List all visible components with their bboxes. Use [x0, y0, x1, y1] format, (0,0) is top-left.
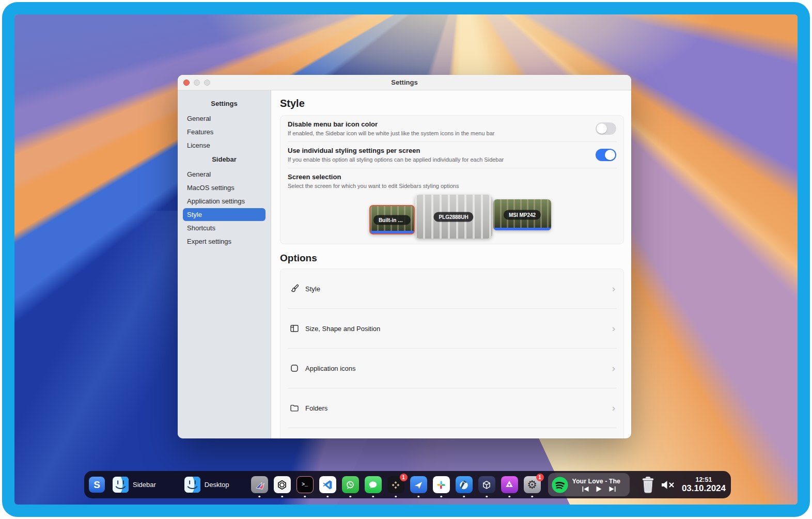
- chevron-right-icon: ›: [612, 323, 615, 333]
- dock-app-chatgpt[interactable]: [274, 476, 291, 493]
- xcode-icon: [456, 476, 473, 493]
- trash-icon[interactable]: [641, 476, 655, 494]
- running-indicator: [531, 496, 533, 498]
- dock-app-messages[interactable]: [365, 476, 382, 493]
- running-indicator: [486, 496, 488, 498]
- sidebar-item-application-settings[interactable]: Application settings: [183, 195, 266, 208]
- individual-styling-toggle[interactable]: [596, 149, 616, 161]
- option-row-folders[interactable]: Folders ›: [280, 388, 623, 428]
- options-card: Style › Size, Shape and Position ›: [280, 269, 624, 438]
- paintbrush-icon: [289, 284, 300, 294]
- screenshot-frame: Settings Settings General Features Licen…: [2, 2, 810, 517]
- dock-app-planes[interactable]: [251, 476, 268, 493]
- cube-3d-icon: [478, 476, 495, 493]
- running-indicator: [463, 496, 465, 498]
- sidebar-item-features[interactable]: Features: [183, 125, 266, 138]
- gear-glyph: ⚙: [527, 478, 537, 492]
- dock-app-whatsapp[interactable]: [342, 476, 359, 493]
- chevron-right-icon: ›: [612, 363, 615, 373]
- dock-app-slack[interactable]: [433, 476, 450, 493]
- sidebar-item-license[interactable]: License: [183, 139, 266, 152]
- sidebar-app-icon[interactable]: S: [89, 477, 105, 493]
- dock-app-terminal[interactable]: >_: [296, 476, 314, 493]
- spark-mail-icon: [410, 476, 427, 493]
- option-label: Size, Shape and Position: [305, 325, 612, 333]
- next-track-icon[interactable]: [609, 486, 616, 492]
- dock: S Sidebar Desktop >_: [84, 471, 731, 498]
- finder-icon[interactable]: [184, 477, 200, 493]
- running-indicator: [258, 496, 260, 498]
- options-header: Options: [280, 253, 624, 264]
- terminal-icon: >_: [296, 476, 314, 493]
- sidebar-item-macos-settings[interactable]: MacOS settings: [183, 181, 266, 194]
- affinity-photo-icon: [501, 476, 518, 493]
- clock-date: 03.10.2024: [682, 483, 726, 494]
- option-label: Folders: [305, 404, 612, 412]
- dock-app-affinity[interactable]: [501, 476, 518, 493]
- sidebar-app-logo: S: [93, 479, 100, 491]
- running-indicator: [395, 496, 397, 498]
- volume-muted-icon[interactable]: [660, 479, 676, 491]
- menu-bar-icon-color-toggle[interactable]: [596, 122, 616, 135]
- chatgpt-icon: [274, 476, 291, 493]
- setting-title: Use individual styling settings per scre…: [288, 146, 588, 155]
- setting-row-menu-bar-icon-color: Disable menu bar icon color If enabled, …: [280, 116, 623, 141]
- clock[interactable]: 12:51 03.10.2024: [682, 476, 726, 494]
- pinned-label-sidebar[interactable]: Sidebar: [133, 481, 156, 489]
- slack-icon: [433, 476, 450, 493]
- screen-thumbnail-msi-mp242[interactable]: MSI MP242: [493, 199, 551, 230]
- dock-app-tidal[interactable]: 1: [387, 476, 404, 493]
- sidebar-item-shortcuts[interactable]: Shortcuts: [183, 222, 266, 234]
- setting-row-individual-styling: Use individual styling settings per scre…: [280, 142, 623, 168]
- setting-title: Screen selection: [288, 172, 616, 181]
- screen-label: MSI MP242: [504, 210, 541, 220]
- dock-app-cube[interactable]: [478, 476, 495, 493]
- desktop: Settings Settings General Features Licen…: [14, 14, 798, 505]
- running-indicator: [372, 496, 374, 498]
- dock-app-xcode[interactable]: [456, 476, 473, 493]
- sidebar-item-expert-settings[interactable]: Expert settings: [183, 235, 266, 248]
- sidebar-group-header: Sidebar: [178, 152, 271, 167]
- option-row-style[interactable]: Style ›: [280, 269, 623, 308]
- vscode-icon: [319, 476, 336, 493]
- running-indicator: [508, 496, 510, 498]
- running-indicator: [440, 496, 442, 498]
- previous-track-icon[interactable]: [582, 486, 589, 492]
- app-square-icon: [289, 363, 300, 374]
- screen-thumbnail-built-in[interactable]: Built-in R...: [369, 205, 415, 234]
- layout-icon: [289, 323, 300, 334]
- option-row-application-icons[interactable]: Application icons ›: [280, 349, 623, 388]
- pinned-label-desktop[interactable]: Desktop: [205, 481, 229, 489]
- spotify-icon: [551, 476, 569, 494]
- sidebar-item-style[interactable]: Style: [183, 208, 266, 221]
- planes-app-icon: [251, 476, 268, 493]
- folder-icon: [289, 403, 300, 414]
- page-title: Style: [280, 98, 624, 109]
- option-label: Application icons: [305, 365, 612, 372]
- settings-content: Style Disable menu bar icon color If ena…: [271, 90, 631, 438]
- messages-icon: [365, 476, 382, 493]
- sidebar-item-sidebar-general[interactable]: General: [183, 168, 266, 181]
- screen-label: Built-in R...: [373, 215, 411, 225]
- spotify-now-playing-widget[interactable]: Your Love - The: [548, 473, 630, 496]
- option-row-size-shape-position[interactable]: Size, Shape and Position ›: [280, 309, 623, 348]
- settings-window: Settings Settings General Features Licen…: [178, 75, 631, 438]
- option-row-additional-elements[interactable]: Additional elements ›: [280, 428, 623, 438]
- play-icon[interactable]: [596, 486, 602, 492]
- setting-row-screen-selection: Screen selection Select the screen for w…: [280, 168, 623, 244]
- setting-subtitle: If enabled, the Sidebar icon will be whi…: [288, 130, 588, 137]
- setting-title: Disable menu bar icon color: [288, 120, 588, 129]
- setting-subtitle: If you enable this option all styling op…: [288, 156, 588, 164]
- window-titlebar[interactable]: Settings: [178, 75, 631, 90]
- window-title: Settings: [178, 78, 631, 86]
- sidebar-item-general[interactable]: General: [183, 112, 266, 125]
- dock-app-system-settings[interactable]: 1 ⚙: [524, 476, 541, 493]
- dock-app-spark[interactable]: [410, 476, 427, 493]
- screen-thumbnail-plg2888uh[interactable]: PLG2888UH: [415, 195, 492, 239]
- terminal-prompt-glyph: >_: [302, 482, 308, 487]
- running-indicator: [281, 496, 283, 498]
- dock-app-vscode[interactable]: [319, 476, 336, 493]
- chevron-right-icon: ›: [612, 403, 615, 413]
- finder-icon[interactable]: [113, 477, 129, 493]
- clock-time: 12:51: [682, 476, 726, 483]
